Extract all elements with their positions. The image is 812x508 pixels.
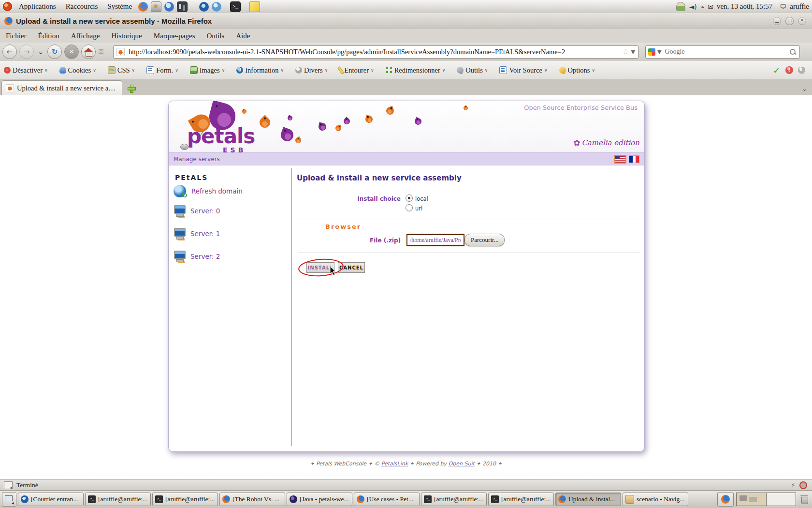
panel-clock[interactable]: ven. 13 août, 15:57 xyxy=(717,2,772,11)
forward-button[interactable]: → xyxy=(19,45,34,59)
window-titlebar[interactable]: Upload & install a new service assembly … xyxy=(0,13,812,30)
webdev-forms[interactable]: Form.∨ xyxy=(146,66,178,75)
google-engine-icon[interactable] xyxy=(648,48,655,56)
radio-local[interactable] xyxy=(406,194,413,202)
maximize-button[interactable]: □ xyxy=(785,17,794,25)
stop-badge-icon[interactable] xyxy=(798,67,805,74)
sidebar-item-server-0[interactable]: Server: 0 xyxy=(174,204,220,218)
firefox-window-icon xyxy=(4,17,13,25)
volume-icon[interactable]: ◄) xyxy=(689,3,696,11)
stop-button[interactable]: ✕ xyxy=(64,45,79,59)
sidebar-item-server-2[interactable]: Server: 2 xyxy=(174,250,220,263)
webdev-disable[interactable]: Désactiver∨ xyxy=(4,66,48,75)
show-desktop-button[interactable] xyxy=(2,492,16,507)
url-input[interactable] xyxy=(128,47,622,57)
engine-dropdown-icon[interactable]: ▼ xyxy=(657,49,664,55)
webdev-tools[interactable]: Outils∨ xyxy=(457,66,488,75)
menu-places[interactable]: Raccourcis xyxy=(61,2,103,11)
reload-button[interactable]: ↻ xyxy=(47,45,62,59)
globe-launcher-icon[interactable] xyxy=(212,2,221,12)
url-dropdown-icon[interactable]: ▼ xyxy=(630,49,638,55)
tab-upload-install[interactable]: Upload & install a new service asse... xyxy=(1,80,122,95)
user-switcher-icon[interactable] xyxy=(676,2,685,11)
tab-list-dropdown-icon[interactable]: ⌄ xyxy=(802,85,807,92)
webdev-options[interactable]: Options∨ xyxy=(559,66,595,75)
opensuit-link[interactable]: Open Suit xyxy=(449,461,475,467)
workspace-launcher-icon[interactable] xyxy=(177,1,188,12)
menu-marque-pages[interactable]: Marque-pages xyxy=(148,32,201,40)
language-english-flag[interactable] xyxy=(614,155,626,164)
back-button[interactable]: ← xyxy=(2,45,17,59)
radio-url[interactable] xyxy=(406,204,413,211)
notes-launcher-icon[interactable] xyxy=(249,1,260,12)
webdev-css[interactable]: CSS∨ xyxy=(108,66,135,75)
menu-edition[interactable]: Édition xyxy=(32,32,65,40)
distributor-logo-icon[interactable] xyxy=(3,2,12,11)
terminal-launcher-icon[interactable] xyxy=(230,1,241,12)
search-magnifier-icon[interactable] xyxy=(789,48,797,56)
power-plug-icon[interactable]: ⌁ xyxy=(700,3,704,11)
url-bar[interactable]: ☆ ▼ xyxy=(113,45,638,59)
file-input[interactable] xyxy=(409,236,462,244)
firefox-tray-button[interactable] xyxy=(717,492,734,507)
close-button[interactable]: ✕ xyxy=(798,17,806,25)
taskbar-window-button[interactable]: [The Robot Vs. ... xyxy=(219,493,285,506)
new-tab-button[interactable] xyxy=(127,84,136,93)
taskbar-window-button[interactable]: [Java - petals-we... xyxy=(287,493,352,506)
bookmark-star-icon[interactable]: ☆ xyxy=(622,47,630,56)
sidebar-item-refresh-domain[interactable]: Refresh domain xyxy=(174,184,243,198)
petalslink-link[interactable]: PetalsLink xyxy=(381,461,408,467)
chat-status-icon[interactable]: 🗨 xyxy=(780,3,786,11)
menu-fichier[interactable]: Fichier xyxy=(0,32,32,40)
validation-ok-icon[interactable]: ✓ xyxy=(773,65,781,75)
sidebar-item-server-1[interactable]: Server: 1 xyxy=(174,227,220,240)
webdev-miscellaneous[interactable]: Divers∨ xyxy=(295,66,328,75)
webdev-view-source[interactable]: Voir Source∨ xyxy=(499,66,547,75)
language-french-flag[interactable] xyxy=(629,155,639,163)
taskbar-window-button[interactable]: [aruffie@aruffie:... xyxy=(421,493,487,506)
workspace-switcher[interactable] xyxy=(736,493,796,506)
mouse-cursor xyxy=(330,266,337,276)
validation-error-icon[interactable] xyxy=(785,66,793,74)
trash-icon[interactable] xyxy=(800,495,808,504)
browser-launcher-icon[interactable] xyxy=(164,2,174,12)
taskbar-window-button[interactable]: [Courrier entran... xyxy=(18,493,84,506)
webdev-resize[interactable]: Redimensionner∨ xyxy=(386,66,446,75)
taskbar-window-button[interactable]: [aruffie@aruffie:... xyxy=(488,493,554,506)
firefox-launcher-icon[interactable] xyxy=(138,2,148,12)
home-button[interactable] xyxy=(81,45,96,59)
webdev-information[interactable]: Information∨ xyxy=(236,66,284,75)
search-box[interactable]: ▼ xyxy=(645,45,800,59)
key-icon[interactable]: ⚿ xyxy=(99,48,106,56)
minimize-button[interactable]: ▁ xyxy=(773,17,781,25)
webdev-cookies[interactable]: Cookies∨ xyxy=(59,66,96,75)
workspace-2[interactable] xyxy=(766,493,796,506)
taskbar-window-button[interactable]: scenario - Navig... xyxy=(623,493,688,506)
mail-notification-icon[interactable]: ✉ xyxy=(708,3,713,11)
radio-local-label[interactable]: local xyxy=(415,195,428,202)
search-input[interactable] xyxy=(664,47,789,56)
menu-applications[interactable]: Applications xyxy=(14,2,61,11)
manage-servers-link[interactable]: Manage servers xyxy=(169,156,220,163)
radio-url-label[interactable]: url xyxy=(415,205,422,212)
taskbar-window-button[interactable]: [aruffie@aruffie:... xyxy=(152,493,218,506)
webdev-outline[interactable]: Entourer∨ xyxy=(339,66,374,75)
thunderbird-launcher-icon[interactable] xyxy=(199,2,209,12)
taskbar-window-button[interactable]: [aruffie@aruffie:... xyxy=(85,493,151,506)
menu-historique[interactable]: Historique xyxy=(105,32,147,40)
panel-username[interactable]: aruffie xyxy=(790,2,809,11)
taskbar-window-button[interactable]: [Use cases - Pet... xyxy=(354,493,420,506)
menu-affichage[interactable]: Affichage xyxy=(65,32,106,40)
extension-icon[interactable] xyxy=(4,481,13,489)
history-dropdown-icon[interactable]: ⌄ xyxy=(36,45,45,59)
home-folder-launcher-icon[interactable] xyxy=(151,1,161,12)
workspace-1[interactable] xyxy=(737,493,766,506)
globe-refresh-icon xyxy=(174,185,186,197)
adblock-badge-icon[interactable] xyxy=(799,481,807,489)
webdev-images[interactable]: Images∨ xyxy=(190,66,225,75)
menu-system[interactable]: Système xyxy=(102,2,137,11)
browse-button[interactable]: Parcourir... xyxy=(464,234,505,246)
menu-outils[interactable]: Outils xyxy=(201,32,231,40)
taskbar-window-button-active[interactable]: Upload & instal... xyxy=(555,493,621,506)
menu-aide[interactable]: Aide xyxy=(230,32,256,40)
